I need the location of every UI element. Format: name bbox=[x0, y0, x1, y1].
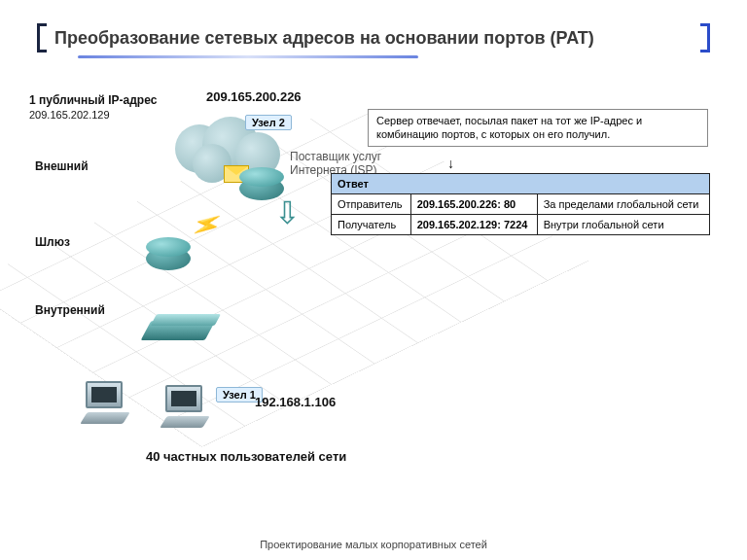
callout-text: Сервер отвечает, посылая пакет на тот же… bbox=[376, 115, 642, 140]
slide-title: Преобразование сетевых адресов на основа… bbox=[54, 28, 594, 49]
pc-right-icon bbox=[163, 385, 204, 428]
row2-role: Получатель bbox=[332, 215, 411, 235]
row1-scope: За пределами глобальной сети bbox=[537, 194, 709, 215]
gateway-router-icon bbox=[146, 247, 191, 270]
bracket-left-icon bbox=[37, 23, 47, 52]
table-row: Отправитель 209.165.200.226: 80 За преде… bbox=[332, 194, 710, 215]
label-internal: Внутренний bbox=[35, 303, 105, 317]
table-header: Ответ bbox=[332, 174, 710, 194]
label-external: Внешний bbox=[35, 159, 89, 173]
title-bar: Преобразование сетевых адресов на основа… bbox=[37, 23, 710, 52]
down-arrow-icon: ⇩ bbox=[274, 194, 301, 231]
label-server-ip: 209.165.200.226 bbox=[206, 89, 302, 104]
host2-label: Узел 2 bbox=[245, 115, 292, 130]
label-gateway: Шлюз bbox=[35, 235, 70, 249]
callout-arrow-icon: ↓ bbox=[447, 156, 454, 171]
bracket-right-icon bbox=[700, 23, 710, 52]
switch-icon bbox=[146, 321, 210, 340]
label-host1-ip: 192.168.1.106 bbox=[255, 395, 336, 409]
diagram-canvas: 1 публичный IP-адрес 209.165.202.129 Вне… bbox=[29, 60, 718, 498]
row2-addr: 209.165.202.129: 7224 bbox=[410, 215, 537, 235]
host2-label-text: Узел 2 bbox=[252, 117, 285, 128]
row2-scope: Внутри глобальной сети bbox=[537, 215, 709, 235]
label-public-ip-value: 209.165.202.129 bbox=[29, 109, 110, 121]
table-row: Получатель 209.165.202.129: 7224 Внутри … bbox=[332, 215, 710, 235]
row1-role: Отправитель bbox=[332, 194, 411, 215]
response-table: Ответ Отправитель 209.165.200.226: 80 За… bbox=[331, 173, 710, 235]
label-public-ip-caption: 1 публичный IP-адрес bbox=[29, 93, 157, 107]
callout-box: Сервер отвечает, посылая пакет на тот же… bbox=[368, 109, 708, 147]
title-underline bbox=[78, 55, 418, 58]
label-users: 40 частных пользователей сети bbox=[146, 449, 346, 464]
footer-text: Проектирование малых корпоративных сетей bbox=[0, 539, 747, 550]
lightning-icon: ⚡ bbox=[188, 206, 226, 243]
pc-left-icon bbox=[84, 381, 124, 424]
host1-label-text: Узел 1 bbox=[223, 389, 256, 401]
row1-addr: 209.165.200.226: 80 bbox=[410, 194, 537, 215]
